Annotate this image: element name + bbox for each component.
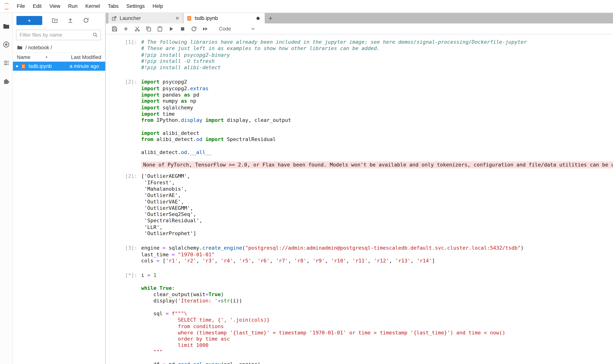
main-dock: Launcher tsdb.ipynb bbox=[106, 13, 613, 364]
run-icon[interactable] bbox=[168, 26, 175, 32]
menu-help[interactable]: Help bbox=[149, 0, 167, 13]
code-line: df = pd.read_sql_query(sql, engine) bbox=[141, 362, 613, 364]
file-filter-input[interactable] bbox=[19, 32, 92, 38]
tab-bar: Launcher tsdb.ipynb bbox=[106, 13, 613, 24]
tab-launcher[interactable]: Launcher bbox=[108, 13, 183, 24]
code-line: i = 1 bbox=[141, 272, 613, 279]
code-line: #!pip install psycopg2-binary bbox=[141, 52, 613, 58]
breadcrumb-path: / notebook / bbox=[26, 44, 52, 50]
code-editor[interactable]: engine = sqlalchemy.create_engine("postg… bbox=[141, 245, 613, 264]
code-line: """ bbox=[141, 349, 613, 355]
insert-cell-icon[interactable] bbox=[123, 26, 129, 32]
output-line: 'OutlierProphet'] bbox=[141, 231, 613, 237]
menu-kernel[interactable]: Kernel bbox=[81, 0, 104, 13]
input-prompt: [*]: bbox=[106, 272, 141, 279]
notebook-cell[interactable]: [*]:i = 1 while True: clear_output(wait=… bbox=[106, 272, 613, 364]
save-icon[interactable] bbox=[111, 26, 118, 32]
sort-by-modified[interactable]: Last Modified bbox=[71, 54, 101, 60]
code-line: #!pip install alibi-detect bbox=[141, 65, 613, 71]
notebook-cell[interactable]: [1]:# The following libraries have alrea… bbox=[106, 39, 613, 71]
file-list-header: Name Last Modified bbox=[13, 52, 105, 62]
cell-type-select[interactable]: Code bbox=[219, 26, 231, 32]
extensions-icon[interactable] bbox=[0, 72, 13, 90]
menu-view[interactable]: View bbox=[45, 0, 64, 13]
menu-tabs[interactable]: Tabs bbox=[104, 0, 123, 13]
cell-input-row: [2]:import psycopg2import psycopg2.extra… bbox=[106, 79, 613, 156]
menu-bar: File Edit View Run Kernel Tabs Settings … bbox=[0, 0, 613, 13]
code-line: clear_output(wait=True) bbox=[141, 291, 613, 298]
code-line: import sqlalchemy bbox=[141, 104, 613, 111]
code-line: where (timestamp '{last_time}' = timesta… bbox=[141, 330, 613, 336]
menu-edit[interactable]: Edit bbox=[29, 0, 45, 13]
stop-icon[interactable] bbox=[179, 26, 186, 32]
output-line: 'LLR', bbox=[141, 224, 613, 231]
code-line bbox=[141, 279, 613, 285]
code-line: # These are just left in as examples to … bbox=[141, 45, 613, 52]
cell-output-row: None of PyTorch, TensorFlow >= 2.0, or F… bbox=[106, 161, 613, 169]
cell-input-row: [1]:# The following libraries have alrea… bbox=[106, 39, 613, 71]
unsaved-indicator-icon[interactable] bbox=[257, 16, 260, 20]
output-line: 'IForest', bbox=[141, 180, 613, 186]
running-sessions-icon[interactable] bbox=[0, 35, 13, 53]
file-browser-icon[interactable] bbox=[0, 17, 13, 35]
code-line: import numpy as np bbox=[141, 98, 613, 104]
code-editor[interactable]: i = 1 while True: clear_output(wait=True… bbox=[141, 272, 613, 364]
breadcrumb[interactable]: / notebook / bbox=[13, 42, 105, 52]
input-prompt: [1]: bbox=[106, 39, 141, 45]
code-editor[interactable]: # The following libraries have already b… bbox=[141, 39, 613, 71]
copy-icon[interactable] bbox=[145, 26, 152, 32]
output-line: 'OutlierVAE', bbox=[141, 199, 613, 205]
upload-icon[interactable] bbox=[67, 17, 74, 24]
jupyter-logo-icon bbox=[3, 2, 11, 10]
chevron-down-icon[interactable] bbox=[250, 26, 256, 31]
notebook-cell[interactable]: [3]:engine = sqlalchemy.create_engine("p… bbox=[106, 245, 613, 264]
output-line: ['OutlierAEGMM', bbox=[141, 173, 613, 180]
file-filter-box bbox=[16, 30, 101, 40]
code-line: import psycopg2 bbox=[141, 79, 613, 85]
restart-run-all-icon[interactable] bbox=[202, 26, 208, 32]
code-line: #!pip install -U tsfresh bbox=[141, 58, 613, 65]
new-launcher-button[interactable]: + bbox=[16, 16, 42, 25]
restart-kernel-icon[interactable] bbox=[191, 26, 197, 32]
code-line: while True: bbox=[141, 285, 613, 291]
output-line: 'OutlierAE', bbox=[141, 192, 613, 199]
activity-bar bbox=[0, 13, 13, 364]
code-line bbox=[141, 143, 613, 149]
close-icon[interactable] bbox=[175, 16, 180, 21]
menu-run[interactable]: Run bbox=[64, 0, 81, 13]
input-prompt: [3]: bbox=[106, 245, 141, 251]
new-tab-button[interactable] bbox=[265, 13, 276, 24]
code-line: import time bbox=[141, 111, 613, 117]
tab-label: Launcher bbox=[120, 15, 141, 21]
menu-settings[interactable]: Settings bbox=[123, 0, 149, 13]
code-line: sql = f"""\ bbox=[141, 311, 613, 317]
code-line: display('Iteration: '+str(i)) bbox=[141, 298, 613, 304]
refresh-icon[interactable] bbox=[83, 17, 89, 24]
folder-icon[interactable] bbox=[17, 44, 23, 50]
code-line: last_time = "1970-01-01" bbox=[141, 251, 613, 258]
tab-label: tsdb.ipynb bbox=[195, 15, 218, 21]
file-modified: a minute ago bbox=[69, 63, 99, 69]
menu-file[interactable]: File bbox=[13, 0, 29, 13]
code-line bbox=[141, 304, 613, 311]
running-dot-icon bbox=[16, 65, 18, 67]
output-prompt: [2]: bbox=[106, 173, 141, 180]
code-editor[interactable]: import psycopg2import psycopg2.extrasimp… bbox=[141, 79, 613, 156]
tab-notebook[interactable]: tsdb.ipynb bbox=[183, 13, 265, 24]
file-row[interactable]: tsdb.ipynb a minute ago bbox=[13, 62, 105, 71]
new-folder-icon[interactable] bbox=[52, 17, 58, 24]
cut-icon[interactable] bbox=[134, 26, 140, 32]
paste-icon[interactable] bbox=[157, 26, 163, 32]
input-prompt: [2]: bbox=[106, 79, 141, 85]
sort-by-name[interactable]: Name bbox=[17, 54, 30, 60]
sort-ascending-icon[interactable] bbox=[44, 55, 48, 59]
code-line: engine = sqlalchemy.create_engine("postg… bbox=[141, 245, 613, 251]
stderr-output: None of PyTorch, TensorFlow >= 2.0, or F… bbox=[141, 161, 613, 169]
file-name: tsdb.ipynb bbox=[28, 63, 52, 69]
jupyterlab-app: File Edit View Run Kernel Tabs Settings … bbox=[0, 0, 613, 364]
execute-result: ['OutlierAEGMM', 'IForest', 'Mahalanobis… bbox=[141, 173, 613, 237]
table-of-contents-icon[interactable] bbox=[0, 53, 13, 72]
code-line: import psycopg2.extras bbox=[141, 86, 613, 92]
file-browser-panel: + / notebook / Name bbox=[13, 13, 106, 364]
notebook-cell[interactable]: [2]:import psycopg2import psycopg2.extra… bbox=[106, 79, 613, 237]
